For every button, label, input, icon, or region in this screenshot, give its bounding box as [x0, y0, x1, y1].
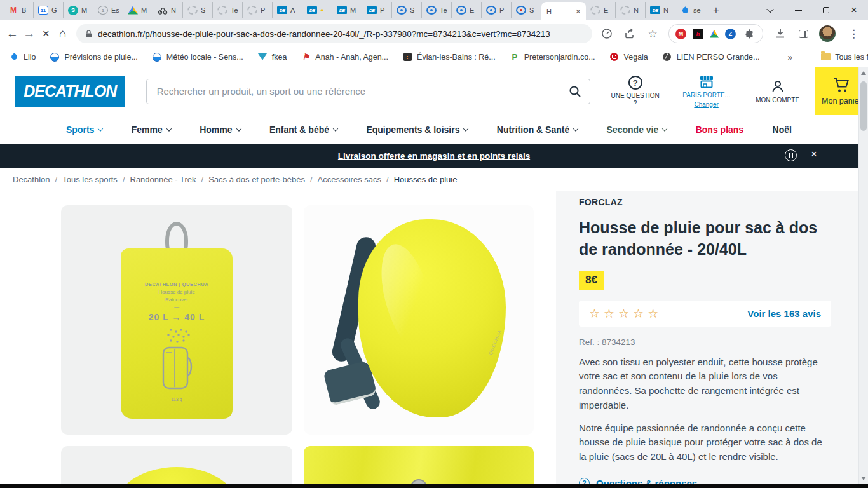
change-store-link[interactable]: Changer	[694, 101, 718, 108]
browser-tab[interactable]: M	[123, 2, 153, 18]
nav-femme[interactable]: Femme	[132, 125, 171, 135]
browser-tab[interactable]: se	[675, 2, 705, 18]
bookmark-star-icon[interactable]: ☆	[646, 27, 660, 41]
browser-tab[interactable]: M	[64, 2, 93, 18]
browser-tab[interactable]: E	[586, 2, 616, 18]
browser-tab[interactable]: G	[34, 2, 64, 18]
search-input[interactable]: Rechercher un produit, un sport ou une r…	[146, 79, 590, 104]
bookmarks-overflow-button[interactable]: »	[787, 52, 792, 62]
help-button[interactable]: ? UNE QUESTION ?	[608, 76, 663, 107]
product-image-closeup[interactable]	[304, 446, 534, 488]
gauge-icon[interactable]	[600, 27, 614, 41]
bookmark-item[interactable]: PPretersonjardin.co...	[510, 52, 595, 62]
stop-loading-button[interactable]: ×	[39, 24, 53, 43]
minimize-button[interactable]	[784, 0, 812, 20]
store-selector[interactable]: PARIS PORTE... Changer	[679, 75, 734, 108]
bookmark-item[interactable]: ⚑Anah - Anah, Agen...	[301, 52, 388, 62]
nav-seconde-vie[interactable]: Seconde vie	[607, 125, 667, 135]
scrollbar-thumb[interactable]	[860, 81, 867, 131]
browser-tab[interactable]: B	[4, 2, 34, 18]
chevron-down-icon	[662, 126, 667, 131]
scroll-down-arrow[interactable]	[861, 477, 866, 480]
download-icon[interactable]	[773, 27, 787, 41]
nav-nutrition-sante[interactable]: Nutrition & Santé	[497, 125, 578, 135]
close-banner-icon[interactable]: ×	[811, 148, 817, 161]
side-panel-icon[interactable]	[796, 27, 810, 41]
bookmark-item[interactable]: Météo locale - Sens...	[152, 52, 243, 62]
puzzle-extensions-icon[interactable]	[742, 27, 756, 41]
reviews-link[interactable]: Voir les 163 avis	[747, 308, 821, 319]
bookmark-item[interactable]: Vegaia	[609, 52, 648, 62]
extensions-container: M h Z	[668, 24, 763, 43]
active-tab[interactable]: H×	[541, 2, 586, 20]
product-image-top[interactable]	[61, 446, 292, 488]
site-favicon	[590, 6, 600, 15]
home-button[interactable]: ⌂	[56, 24, 71, 43]
all-bookmarks-button[interactable]: Tous les favoris	[820, 52, 868, 62]
breadcrumb-link[interactable]: Decathlon	[13, 175, 50, 184]
new-tab-button[interactable]: +	[708, 2, 724, 18]
browser-tab[interactable]: Te	[422, 2, 452, 18]
bookmark-item[interactable]: fkea	[257, 52, 287, 62]
nav-homme[interactable]: Homme	[200, 125, 240, 135]
store-icon	[698, 75, 715, 89]
nav-noel[interactable]: Noël	[773, 125, 792, 135]
account-button[interactable]: MON COMPTE	[750, 79, 805, 104]
bookmark-item[interactable]: LIEN PERSO Grande...	[662, 52, 760, 62]
browser-tab[interactable]: S	[183, 2, 213, 18]
browser-tab[interactable]: ●	[302, 2, 332, 18]
bookmark-item[interactable]: :Évian-les-Bains : Ré...	[402, 52, 496, 62]
browser-tab[interactable]: A	[273, 2, 302, 18]
browser-menu-icon[interactable]: ⋮	[844, 27, 863, 41]
browser-tab[interactable]: N	[153, 2, 183, 18]
anah-logo-icon: ⚑	[301, 52, 311, 62]
bookmark-item[interactable]: Prévisions de pluie...	[50, 52, 137, 62]
back-button[interactable]: ←	[5, 24, 20, 43]
browser-tab[interactable]: N	[646, 2, 675, 18]
profile-avatar[interactable]	[819, 25, 836, 42]
search-icon[interactable]	[568, 85, 582, 98]
breadcrumb-link[interactable]: Randonnée - Trek	[130, 175, 196, 184]
breadcrumb-link[interactable]: Tous les sports	[62, 175, 118, 184]
forward-button[interactable]: →	[22, 24, 37, 43]
browser-tab[interactable]: S	[392, 2, 422, 18]
product-image-backpack[interactable]: QUECHUA	[304, 205, 534, 435]
nav-enfant-bebe[interactable]: Enfant & bébé	[269, 125, 337, 135]
browser-tab[interactable]: N	[616, 2, 646, 18]
breadcrumb-link[interactable]: Accessoires sacs	[318, 175, 381, 184]
z-extension-icon[interactable]: Z	[725, 29, 736, 39]
brand-link[interactable]: FORCLAZ	[579, 197, 831, 207]
promo-banner-link[interactable]: Livraison offerte en magasin et en point…	[338, 151, 530, 161]
decathlon-favicon	[367, 6, 377, 14]
browser-tab[interactable]: E	[452, 2, 482, 18]
browser-tab[interactable]: Te	[213, 2, 243, 18]
mega-extension-icon[interactable]: M	[675, 29, 686, 39]
drive-extension-icon[interactable]	[710, 30, 719, 38]
browser-tab[interactable]: P	[243, 2, 273, 18]
waterdrop-icon	[9, 52, 19, 62]
rating-stars: ☆☆☆☆☆	[589, 306, 662, 321]
tab-close-icon[interactable]: ×	[576, 7, 581, 16]
nav-bons-plans[interactable]: Bons plans	[696, 125, 743, 135]
bookmark-item[interactable]: Lilo	[9, 52, 36, 62]
product-image-pouch[interactable]: DECATHLON | QUECHUA Housse de pluie Rain…	[61, 205, 292, 435]
pause-icon[interactable]	[785, 149, 797, 161]
tab-search-button[interactable]	[756, 0, 784, 20]
browser-tab[interactable]: Es	[93, 2, 123, 18]
nav-equipements-loisirs[interactable]: Equipements & loisirs	[366, 125, 468, 135]
share-icon[interactable]	[623, 27, 637, 41]
site-favicon	[247, 6, 257, 15]
breadcrumb-link[interactable]: Sacs à dos et porte-bébés	[208, 175, 305, 184]
page-scrollbar[interactable]	[858, 67, 868, 484]
decathlon-logo[interactable]: DECATHLON	[15, 76, 125, 107]
browser-tab[interactable]: P	[362, 2, 392, 18]
scroll-up-arrow[interactable]	[861, 71, 866, 75]
maximize-button[interactable]	[812, 0, 840, 20]
url-bar[interactable]: decathlon.fr/p/housse-de-pluie-pour-sac-…	[76, 24, 592, 43]
h-extension-icon[interactable]: h	[693, 29, 703, 39]
browser-tab[interactable]: P	[482, 2, 512, 18]
nav-sports[interactable]: Sports	[66, 125, 102, 135]
close-window-button[interactable]: ×	[840, 0, 868, 20]
browser-tab[interactable]: S	[512, 2, 541, 18]
browser-tab[interactable]: M	[332, 2, 362, 18]
